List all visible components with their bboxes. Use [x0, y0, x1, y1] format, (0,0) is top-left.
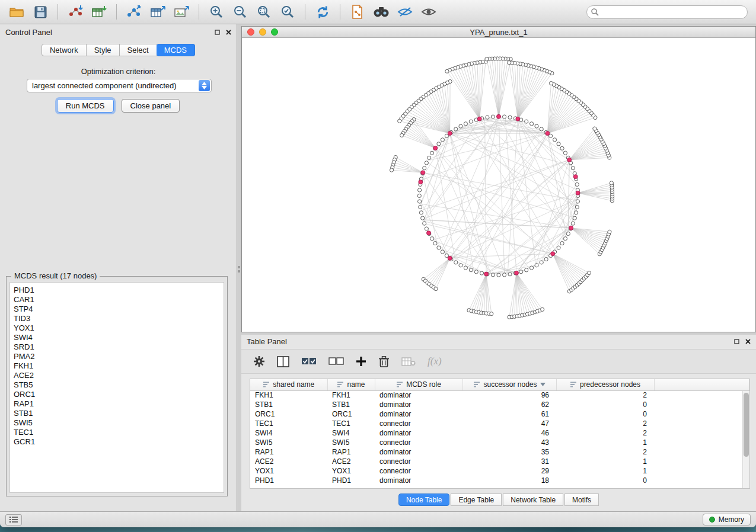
- clear-table-icon[interactable]: [401, 353, 416, 370]
- zoom-out-icon[interactable]: [229, 2, 251, 21]
- export-network-icon[interactable]: [123, 2, 145, 21]
- cell--filler[interactable]: [654, 466, 749, 476]
- tab-network[interactable]: Network: [42, 44, 87, 56]
- cell-predecessor-nodes[interactable]: 2: [556, 428, 654, 438]
- cell-mcds-role[interactable]: connector: [375, 457, 462, 466]
- float-panel-icon[interactable]: [734, 336, 739, 347]
- table-row[interactable]: PHD1PHD1dominator180: [250, 476, 749, 485]
- run-mcds-button[interactable]: Run MCDS: [57, 99, 114, 113]
- cell-successor-nodes[interactable]: 61: [462, 409, 556, 419]
- cell-successor-nodes[interactable]: 96: [462, 390, 556, 400]
- mcds-result-item[interactable]: ORC1: [14, 390, 220, 399]
- task-history-icon[interactable]: [5, 514, 22, 525]
- tab-select[interactable]: Select: [120, 44, 157, 56]
- cell-name[interactable]: TEC1: [327, 419, 375, 428]
- cell--filler[interactable]: [654, 476, 749, 485]
- column-header-mcds-role[interactable]: MCDS role: [375, 379, 462, 390]
- table-scrollbar[interactable]: [742, 391, 749, 488]
- tab-motifs[interactable]: Motifs: [564, 493, 599, 506]
- cell-mcds-role[interactable]: dominator: [375, 390, 462, 400]
- cell-predecessor-nodes[interactable]: 1: [556, 466, 654, 476]
- import-network-icon[interactable]: [65, 2, 86, 21]
- hide-selected-icon[interactable]: [394, 2, 416, 21]
- table-row[interactable]: FKH1FKH1dominator962: [250, 390, 749, 400]
- table-row[interactable]: STB1STB1dominator620: [250, 400, 749, 409]
- zoom-in-icon[interactable]: [206, 2, 227, 21]
- cell-successor-nodes[interactable]: 62: [462, 400, 556, 409]
- cell-successor-nodes[interactable]: 43: [462, 438, 556, 447]
- cell--filler[interactable]: [654, 447, 749, 457]
- table-row[interactable]: ACE2ACE2connector311: [250, 457, 749, 466]
- cell-successor-nodes[interactable]: 29: [462, 466, 556, 476]
- cell--filler[interactable]: [654, 409, 749, 419]
- cell-shared-name[interactable]: SWI4: [250, 428, 327, 438]
- network-titlebar[interactable]: YPA_prune.txt_1: [242, 27, 755, 38]
- column-header-name[interactable]: name: [327, 379, 375, 390]
- cell-name[interactable]: STB1: [327, 400, 375, 409]
- cell-name[interactable]: SWI5: [327, 438, 375, 447]
- cell-name[interactable]: RAP1: [327, 447, 375, 457]
- cell-predecessor-nodes[interactable]: 0: [556, 400, 654, 409]
- table-row[interactable]: RAP1RAP1dominator352: [250, 447, 749, 457]
- table-settings-gear-icon[interactable]: [253, 353, 265, 370]
- tab-edge-table[interactable]: Edge Table: [451, 493, 502, 506]
- memory-button[interactable]: Memory: [703, 514, 751, 525]
- select-all-rows-icon[interactable]: [301, 353, 317, 370]
- deselect-all-rows-icon[interactable]: [328, 353, 344, 370]
- cell-predecessor-nodes[interactable]: 0: [556, 409, 654, 419]
- table-scrollbar-thumb[interactable]: [744, 393, 749, 457]
- cell--filler[interactable]: [654, 457, 749, 466]
- cell-shared-name[interactable]: ACE2: [250, 457, 327, 466]
- cell-predecessor-nodes[interactable]: 2: [556, 447, 654, 457]
- column-header-shared-name[interactable]: shared name: [250, 379, 327, 390]
- cell-successor-nodes[interactable]: 46: [462, 428, 556, 438]
- cell-shared-name[interactable]: TEC1: [250, 419, 327, 428]
- column-header-predecessor-nodes[interactable]: predecessor nodes: [556, 379, 654, 390]
- mcds-result-item[interactable]: STB1: [14, 409, 220, 418]
- export-image-icon[interactable]: [171, 2, 192, 21]
- mcds-result-item[interactable]: PHD1: [14, 286, 220, 295]
- zoom-fit-icon[interactable]: [253, 2, 275, 21]
- tab-mcds[interactable]: MCDS: [157, 44, 195, 56]
- mcds-result-item[interactable]: YOX1: [14, 323, 220, 333]
- cell-shared-name[interactable]: FKH1: [250, 390, 327, 400]
- network-canvas[interactable]: [242, 38, 755, 332]
- tab-style[interactable]: Style: [87, 44, 120, 56]
- criterion-dropdown[interactable]: largest connected component (undirected): [27, 79, 212, 92]
- mcds-result-item[interactable]: CAR1: [14, 295, 220, 305]
- cell-name[interactable]: SWI4: [327, 428, 375, 438]
- cell-mcds-role[interactable]: dominator: [375, 428, 462, 438]
- cell-predecessor-nodes[interactable]: 2: [556, 419, 654, 428]
- cell-mcds-role[interactable]: connector: [375, 419, 462, 428]
- cell-mcds-role[interactable]: connector: [375, 466, 462, 476]
- cell-shared-name[interactable]: YOX1: [250, 466, 327, 476]
- table-row[interactable]: YOX1YOX1connector291: [250, 466, 749, 476]
- export-table-icon[interactable]: [147, 2, 168, 21]
- table-row[interactable]: SWI5SWI5connector431: [250, 438, 749, 447]
- table-row[interactable]: ORC1ORC1dominator610: [250, 409, 749, 419]
- cell-successor-nodes[interactable]: 18: [462, 476, 556, 485]
- float-panel-icon[interactable]: [215, 27, 220, 37]
- cell-name[interactable]: ORC1: [327, 409, 375, 419]
- mcds-result-item[interactable]: TID3: [14, 314, 220, 323]
- cell-predecessor-nodes[interactable]: 0: [556, 476, 654, 485]
- cell-name[interactable]: ACE2: [327, 457, 375, 466]
- zoom-selected-icon[interactable]: [277, 2, 298, 21]
- search-input[interactable]: [586, 5, 748, 19]
- column-header-successor-nodes[interactable]: successor nodes: [462, 379, 556, 390]
- cell--filler[interactable]: [654, 428, 749, 438]
- network-from-selection-icon[interactable]: [347, 2, 368, 21]
- cell-shared-name[interactable]: STB1: [250, 400, 327, 409]
- table-row[interactable]: SWI4SWI4dominator462: [250, 428, 749, 438]
- create-column-icon[interactable]: [356, 353, 366, 370]
- cell-mcds-role[interactable]: connector: [375, 438, 462, 447]
- show-all-icon[interactable]: [418, 2, 439, 21]
- cell-mcds-role[interactable]: dominator: [375, 476, 462, 485]
- cell--filler[interactable]: [654, 390, 749, 400]
- network-graph[interactable]: [242, 38, 755, 332]
- mcds-result-list[interactable]: PHD1CAR1STP4TID3YOX1SWI4SRD1PMA2FKH1ACE2…: [9, 282, 224, 493]
- cell-predecessor-nodes[interactable]: 1: [556, 438, 654, 447]
- cell-shared-name[interactable]: ORC1: [250, 409, 327, 419]
- cell-shared-name[interactable]: RAP1: [250, 447, 327, 457]
- cell-mcds-role[interactable]: dominator: [375, 409, 462, 419]
